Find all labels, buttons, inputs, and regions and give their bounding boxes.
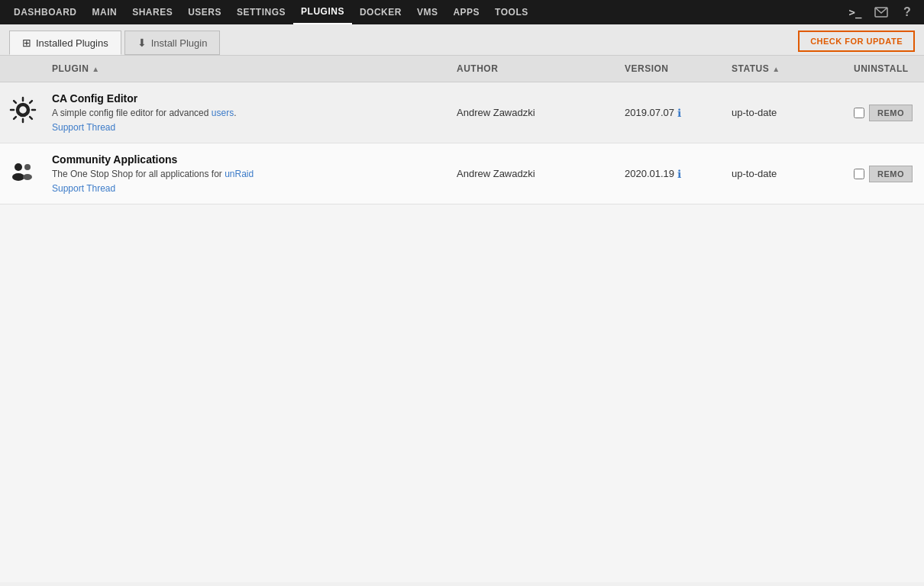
col-plugin: PLUGIN ▲ [46,60,451,77]
community-applications-name: Community Applications [52,153,444,166]
community-applications-info: Community Applications The One Stop Shop… [46,146,451,201]
community-applications-icon-cell [0,151,46,196]
col-status: STATUS ▲ [725,60,848,77]
ca-config-editor-support-link[interactable]: Support Thread [52,122,115,133]
ca-config-editor-checkbox[interactable] [854,108,864,118]
desc-highlight-users: users [212,108,234,118]
community-applications-status-value: up-to-date [732,168,777,179]
plugin-sort-icon: ▲ [92,65,99,73]
svg-point-6 [23,174,32,180]
nav-vms[interactable]: VMS [409,0,446,24]
community-applications-info-icon[interactable]: ℹ [677,168,681,180]
col-version-label: VERSION [625,63,669,74]
nav-main[interactable]: MAIN [85,0,125,24]
ca-config-editor-desc: A simple config file editor for advanced… [52,108,444,118]
community-applications-uninstall: REMO [848,159,924,188]
ca-config-editor-info-icon[interactable]: ℹ [677,107,681,119]
community-applications-remove-button[interactable]: REMO [869,166,913,182]
svg-point-3 [15,163,22,171]
check-for-update-button[interactable]: CHECK FOR UPDATE [798,31,915,52]
svg-point-5 [24,164,31,170]
nav-users[interactable]: USERS [180,0,229,24]
col-status-label: STATUS [732,63,769,74]
table-header: PLUGIN ▲ AUTHOR VERSION STATUS ▲ UNINSTA… [0,56,924,82]
col-author-label: AUTHOR [457,63,498,74]
col-icon [0,60,46,77]
nav-docker[interactable]: DOCKER [352,0,409,24]
nav-icons: >_ ? [845,2,918,23]
ca-config-editor-version-value: 2019.07.07 [625,107,674,118]
ca-config-editor-icon-cell [0,90,46,135]
tab-installed-label: Installed Plugins [36,37,108,49]
nav-tools[interactable]: TOOLS [487,0,536,24]
status-sort-icon: ▲ [772,65,780,73]
installed-plugins-icon: ⊞ [22,37,31,49]
ca-config-editor-uninstall: REMO [848,98,924,127]
nav-plugins[interactable]: PLUGINS [293,0,352,24]
community-applications-checkbox[interactable] [854,169,864,179]
ca-config-editor-name: CA Config Editor [52,92,444,105]
col-uninstall-label: UNINSTALL [854,63,909,74]
install-plugin-icon: ⬇ [137,37,147,49]
col-version: VERSION [619,60,725,77]
nav-apps[interactable]: APPS [445,0,487,24]
message-icon[interactable] [871,2,892,23]
ca-config-editor-remove-button[interactable]: REMO [869,105,913,121]
community-applications-support-link[interactable]: Support Thread [52,183,115,194]
ca-config-editor-version: 2019.07.07 ℹ [619,101,725,125]
nav-shares[interactable]: SHARES [124,0,180,24]
tab-installed-plugins[interactable]: ⊞ Installed Plugins [9,31,121,55]
tabs-bar: ⊞ Installed Plugins ⬇ Install Plugin CHE… [0,24,924,56]
help-icon[interactable]: ? [897,2,918,23]
svg-point-1 [18,105,27,114]
plugin-row-community-applications: Community Applications The One Stop Shop… [0,143,924,204]
col-author: AUTHOR [451,60,619,77]
tab-install-plugin[interactable]: ⬇ Install Plugin [124,31,221,55]
nav-settings[interactable]: SETTINGS [229,0,293,24]
plugin-row-ca-config-editor: CA Config Editor A simple config file ed… [0,82,924,143]
col-plugin-label: PLUGIN [52,63,89,74]
col-uninstall: UNINSTALL [848,60,924,77]
ca-config-editor-status: up-to-date [725,101,848,124]
community-applications-author: Andrew Zawadzki [451,162,619,185]
svg-point-4 [12,173,24,181]
ca-config-editor-info: CA Config Editor A simple config file ed… [46,85,451,140]
community-applications-status: up-to-date [725,162,848,185]
ca-config-editor-icon [9,96,37,129]
main-content: PLUGIN ▲ AUTHOR VERSION STATUS ▲ UNINSTA… [0,56,924,582]
terminal-icon[interactable]: >_ [845,2,866,23]
community-applications-desc: The One Stop Shop for all applications f… [52,169,444,179]
top-navigation: DASHBOARD MAIN SHARES USERS SETTINGS PLU… [0,0,924,24]
community-applications-version: 2020.01.19 ℹ [619,162,725,186]
nav-dashboard[interactable]: DASHBOARD [6,0,85,24]
ca-config-editor-status-value: up-to-date [732,107,777,118]
community-applications-icon [9,157,37,190]
ca-config-editor-author: Andrew Zawadzki [451,101,619,124]
community-applications-version-value: 2020.01.19 [625,168,674,179]
desc-highlight-unraid: unRaid [225,169,254,179]
tab-install-label: Install Plugin [151,37,208,49]
